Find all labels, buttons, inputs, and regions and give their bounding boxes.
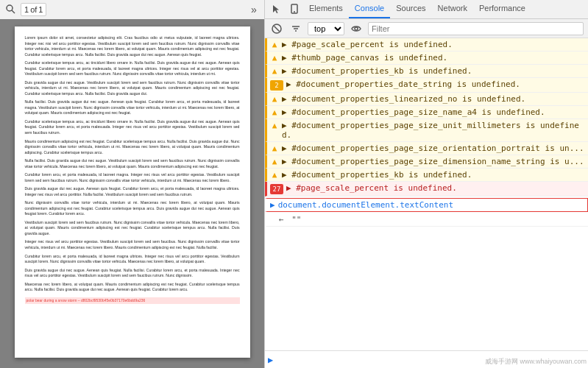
warning-icon: ▲ (270, 66, 279, 75)
filter-toggle-button[interactable] (288, 21, 303, 36)
log-count-badge-error: 27 (270, 184, 283, 194)
warning-icon: ▲ (270, 107, 279, 116)
top-toolbar: 1 of 1 » Elements Console Sources Networ… (0, 0, 588, 19)
devtools-tab-bar: Elements Console Sources Network Perform… (265, 0, 588, 19)
log-count-badge: 2 (270, 80, 283, 91)
svg-line-1 (12, 10, 15, 13)
filter-input[interactable] (368, 22, 584, 35)
warning-icon: ▲ (270, 40, 279, 49)
warning-icon: ▲ (270, 121, 279, 130)
log-entry: ▲ ▶ #document_properties_kb is undefined… (265, 169, 588, 182)
pdf-toolbar: 1 of 1 » (0, 0, 265, 19)
clear-console-button[interactable] (269, 21, 284, 36)
warning-icon: ▲ (270, 144, 279, 152)
warning-icon: ▲ (270, 157, 279, 166)
input-prompt: ▶ (270, 200, 275, 210)
tab-performance[interactable]: Performance (473, 0, 531, 18)
devtools-panel: top ▲ ▶ #page_scale_percent is undefined… (265, 19, 588, 368)
tab-network[interactable]: Network (432, 0, 473, 18)
tab-elements[interactable]: Elements (303, 0, 349, 18)
log-entry-output: ← "" (265, 213, 588, 227)
warning-icon: ▲ (270, 170, 279, 179)
main-content: Lorem ipsum dolor sit amet, consectetur … (0, 19, 588, 368)
log-entry: ▲ ▶ #page_scale_percent is undefined. (265, 38, 588, 52)
log-entry: ▲ ▶ #document_properties_page_size_name_… (265, 106, 588, 119)
log-entry: 27 ▶ #page_scale_percent is undefined. (265, 182, 588, 197)
current-page: 1 (24, 5, 29, 14)
log-entry-input: ▶ document.documentElement.textContent (265, 198, 588, 212)
devtools-filter-bar: top (265, 19, 588, 38)
log-entry: ▲ ▶ #document_properties_kb is undefined… (265, 65, 588, 78)
devtools-cursor-icon[interactable] (268, 0, 286, 18)
console-log[interactable]: ▲ ▶ #page_scale_percent is undefined. ▲ … (265, 38, 588, 350)
log-entry: 2 ▶ #document_properties_date_string is … (265, 78, 588, 93)
log-entry: ▲ ▶ #document_properties_page_size_unit_… (265, 119, 588, 142)
log-entry: ▲ ▶ #document_properties_linearized_no i… (265, 93, 588, 106)
log-entry: ▲ ▶ #document_properties_page_size_orien… (265, 142, 588, 155)
context-select[interactable]: top (308, 22, 344, 35)
svg-point-9 (355, 27, 358, 30)
svg-point-0 (7, 5, 13, 11)
warning-icon: ▲ (270, 53, 279, 62)
pdf-viewer[interactable]: Lorem ipsum dolor sit amet, consectetur … (0, 19, 265, 368)
output-arrow: ← (279, 215, 284, 224)
eye-icon[interactable] (349, 21, 364, 36)
search-icon[interactable] (3, 2, 18, 17)
devtools-mobile-icon[interactable] (286, 0, 303, 18)
expand-icon[interactable]: » (247, 2, 261, 17)
log-entry: ▲ ▶ #document_properties_page_size_dimen… (265, 155, 588, 169)
warning-icon: ▲ (270, 94, 279, 103)
tab-console[interactable]: Console (349, 0, 390, 18)
svg-line-5 (274, 26, 280, 31)
pdf-highlighted-text: polar bear during a snow storm – d802bcf… (25, 297, 240, 305)
pdf-page: Lorem ipsum dolor sit amet, consectetur … (15, 26, 250, 358)
log-entry: ▲ ▶ #thumb_page_canvas is undefined. (265, 52, 588, 65)
total-pages: 1 (38, 5, 43, 14)
watermark: 威海手游网 www.whaiyouwan.com (485, 357, 587, 367)
page-info: 1 of 1 (21, 3, 46, 16)
tab-sources[interactable]: Sources (390, 0, 431, 18)
console-prompt: ▶ (268, 355, 273, 365)
